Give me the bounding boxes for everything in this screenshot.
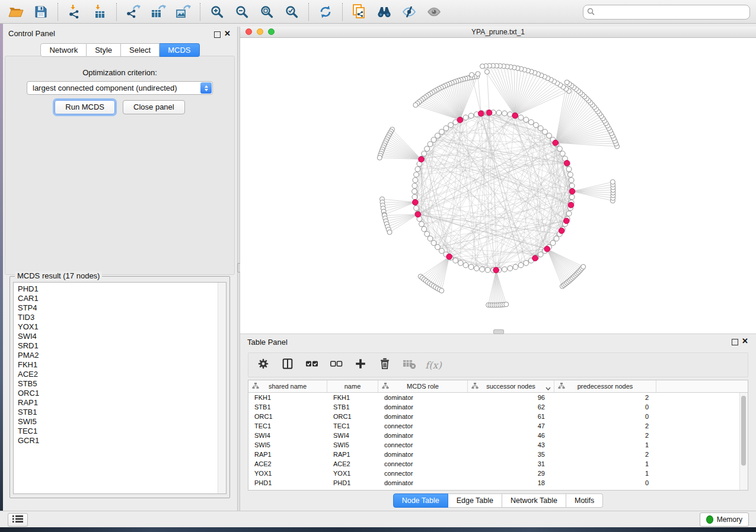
table-scrollbar[interactable] xyxy=(739,393,748,490)
graph-node[interactable] xyxy=(518,115,524,120)
graph-node[interactable] xyxy=(448,123,454,128)
export-image-button[interactable] xyxy=(171,2,196,22)
mcds-hub-node[interactable] xyxy=(415,211,421,217)
graph-node[interactable] xyxy=(444,126,449,131)
graph-node[interactable] xyxy=(412,189,417,194)
column-header-successor-nodes[interactable]: successor nodes xyxy=(468,380,554,392)
tab-motifs[interactable]: Motifs xyxy=(566,493,603,508)
tab-network-table[interactable]: Network Table xyxy=(502,493,566,508)
graph-node[interactable] xyxy=(480,64,485,69)
graph-node[interactable] xyxy=(480,267,485,272)
mcds-hub-node[interactable] xyxy=(568,202,574,208)
table-row[interactable]: PHD1PHD1dominator180 xyxy=(248,478,739,488)
graph-node[interactable] xyxy=(554,236,559,241)
graph-node[interactable] xyxy=(508,266,513,271)
import-network-button[interactable] xyxy=(62,2,87,22)
graph-node[interactable] xyxy=(508,112,513,117)
hide-selected-button[interactable] xyxy=(397,2,422,22)
graph-node[interactable] xyxy=(496,110,502,116)
graph-node[interactable] xyxy=(474,266,479,271)
graph-node[interactable] xyxy=(610,180,615,184)
table-options-button[interactable] xyxy=(256,358,270,372)
zoom-out-button[interactable] xyxy=(229,2,254,22)
graph-node[interactable] xyxy=(412,183,417,188)
graph-node[interactable] xyxy=(377,155,382,160)
zoom-fit-button[interactable] xyxy=(254,2,279,22)
mcds-hub-node[interactable] xyxy=(569,188,575,194)
graph-node[interactable] xyxy=(414,172,419,177)
float-panel-icon[interactable] xyxy=(732,339,738,345)
mcds-hub-node[interactable] xyxy=(486,110,492,116)
graph-node[interactable] xyxy=(564,80,569,85)
graph-node[interactable] xyxy=(581,264,586,269)
mcds-hub-node[interactable] xyxy=(457,117,463,123)
graph-node[interactable] xyxy=(428,142,433,147)
tab-mcds[interactable]: MCDS xyxy=(160,43,199,57)
mcds-hub-node[interactable] xyxy=(564,218,570,224)
graph-node[interactable] xyxy=(547,133,552,139)
scrollbar-thumb[interactable] xyxy=(741,396,746,466)
graph-node[interactable] xyxy=(425,146,430,152)
table-row[interactable]: ACE2ACE2connector311 xyxy=(248,459,739,469)
tab-style[interactable]: Style xyxy=(87,43,121,57)
mcds-result-item[interactable]: ACE2 xyxy=(14,370,218,379)
graph-node[interactable] xyxy=(413,102,418,107)
find-button[interactable] xyxy=(372,2,397,22)
graph-node[interactable] xyxy=(415,166,420,172)
graph-node[interactable] xyxy=(413,178,418,183)
tab-edge-table[interactable]: Edge Table xyxy=(448,493,502,508)
graph-node[interactable] xyxy=(439,289,444,293)
table-row[interactable]: STB1STB1dominator620 xyxy=(248,402,739,412)
graph-node[interactable] xyxy=(428,236,433,241)
float-panel-icon[interactable] xyxy=(214,31,221,38)
graph-node[interactable] xyxy=(453,258,458,263)
result-list-scrollbar[interactable] xyxy=(218,283,226,493)
mcds-result-item[interactable]: SRD1 xyxy=(14,341,218,351)
graph-node[interactable] xyxy=(458,261,463,266)
mcds-result-item[interactable]: PHD1 xyxy=(14,284,218,294)
graph-node[interactable] xyxy=(502,111,508,116)
mcds-result-item[interactable]: SWI5 xyxy=(14,417,218,427)
network-document-button[interactable] xyxy=(347,2,372,22)
tab-network[interactable]: Network xyxy=(40,43,87,57)
mcds-hub-node[interactable] xyxy=(446,254,452,259)
mcds-result-item[interactable]: FKH1 xyxy=(14,360,218,370)
optimization-criterion-select[interactable]: largest connected component (undirected) xyxy=(27,81,213,95)
graph-node[interactable] xyxy=(566,211,572,216)
mcds-hub-node[interactable] xyxy=(544,246,550,252)
table-row[interactable]: SWI5SWI5connector431 xyxy=(248,440,739,450)
mcds-result-item[interactable]: STP4 xyxy=(14,303,218,313)
table-row[interactable]: ORC1ORC1dominator610 xyxy=(248,412,739,421)
graph-node[interactable] xyxy=(439,129,445,134)
graph-node[interactable] xyxy=(538,126,543,131)
graph-node[interactable] xyxy=(470,72,474,77)
close-panel-icon[interactable]: ✕ xyxy=(742,336,748,345)
tab-select[interactable]: Select xyxy=(121,43,160,57)
table-row[interactable]: SWI4SWI4dominator462 xyxy=(248,431,739,440)
open-button[interactable] xyxy=(4,2,28,22)
table-row[interactable]: RAP1RAP1dominator352 xyxy=(248,450,739,459)
tab-node-table[interactable]: Node Table xyxy=(393,493,448,508)
save-button[interactable] xyxy=(28,2,53,22)
graph-node[interactable] xyxy=(513,264,518,270)
graph-node[interactable] xyxy=(550,241,556,246)
mcds-hub-node[interactable] xyxy=(564,161,570,166)
graph-node[interactable] xyxy=(425,232,430,237)
mcds-hub-node[interactable] xyxy=(419,156,425,162)
graph-node[interactable] xyxy=(534,123,539,128)
panel-menu-button[interactable] xyxy=(8,513,28,527)
column-header-name[interactable]: name xyxy=(327,380,378,392)
graph-node[interactable] xyxy=(463,262,468,268)
zoom-selected-button[interactable] xyxy=(279,2,304,22)
graph-node[interactable] xyxy=(569,194,575,200)
graph-node[interactable] xyxy=(422,151,427,156)
graph-node[interactable] xyxy=(518,262,524,268)
mcds-result-item[interactable]: STB5 xyxy=(14,379,218,389)
mcds-result-item[interactable]: RAP1 xyxy=(14,398,218,408)
mcds-hub-node[interactable] xyxy=(553,140,559,146)
graph-node[interactable] xyxy=(435,245,441,250)
graph-node[interactable] xyxy=(502,267,508,272)
search-input[interactable] xyxy=(583,5,750,20)
graph-node[interactable] xyxy=(543,129,548,134)
mcds-hub-node[interactable] xyxy=(412,200,418,206)
